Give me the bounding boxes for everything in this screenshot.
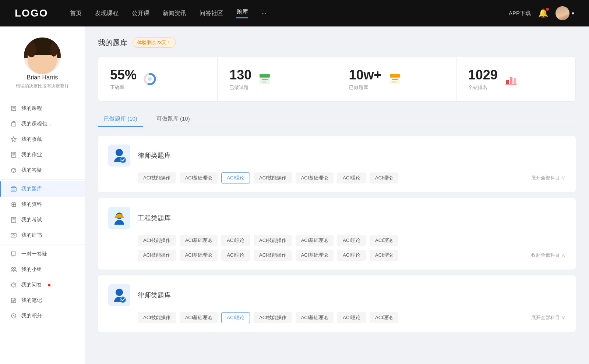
sidebar-item-exam[interactable]: 我的考试 — [0, 212, 85, 228]
sidebar-item-label: 我的课程 — [21, 105, 42, 112]
svg-rect-11 — [11, 188, 16, 191]
tag[interactable]: ACI理论 — [221, 250, 250, 261]
bank-card-lawyer-1: 律师类题库 ACI技能操作 ACI基础理论 ACI理论 ACI技能操作 ACI基… — [98, 136, 576, 192]
stat-label: 已做试题 — [229, 84, 251, 91]
nav-open[interactable]: 公开课 — [132, 10, 149, 17]
sidebar-item-my-qa[interactable]: 我的问答 — [0, 277, 85, 293]
nav-discover[interactable]: 发现课程 — [95, 10, 119, 17]
question-circle-icon — [10, 167, 17, 174]
sidebar-item-homework[interactable]: 我的作业 — [0, 147, 85, 163]
svg-marker-4 — [11, 137, 16, 142]
exam-icon — [10, 217, 17, 223]
points-icon — [10, 313, 17, 319]
svg-rect-0 — [11, 106, 16, 111]
sidebar-item-label: 一对一答疑 — [21, 251, 47, 257]
tag[interactable]: ACI理论 — [370, 172, 398, 183]
nav-home[interactable]: 首页 — [70, 10, 82, 17]
sidebar-item-label: 我的小组 — [21, 266, 42, 273]
sidebar-item-label: 我的作业 — [21, 151, 42, 158]
tag[interactable]: ACI基础理论 — [180, 250, 218, 261]
sidebar-item-label: 我的积分 — [21, 313, 42, 319]
expand-button-3[interactable]: 展开全部科目 ∨ — [531, 314, 565, 321]
tag[interactable]: ACI基础理论 — [180, 172, 218, 183]
nav-qa[interactable]: 问答社区 — [200, 10, 223, 17]
sidebar-item-courses[interactable]: 我的课程 — [0, 101, 85, 116]
sidebar-item-group[interactable]: 我的小组 — [0, 262, 85, 277]
sidebar-item-qa-mine[interactable]: 我的答疑 — [0, 163, 85, 178]
tag[interactable]: ACI技能操作 — [138, 172, 176, 183]
sidebar-item-notes[interactable]: 我的笔记 — [0, 293, 85, 308]
tag[interactable]: ACI技能操作 — [138, 312, 176, 323]
svg-rect-40 — [390, 74, 400, 78]
user-avatar-dropdown[interactable]: ▾ — [556, 6, 574, 20]
tag[interactable]: ACI理论 — [337, 312, 366, 323]
main-layout: Brian Harris 错误的决定比没有决定要好 我的课程 我的课程包... — [0, 0, 589, 364]
tag[interactable]: ACI理论 — [370, 235, 398, 246]
tag[interactable]: ACI技能操作 — [254, 235, 292, 246]
svg-point-23 — [13, 235, 14, 236]
sidebar-item-favorites[interactable]: 我的收藏 — [0, 132, 85, 147]
sidebar-item-points[interactable]: 我的积分 — [0, 308, 85, 324]
sidebar-item-package[interactable]: 我的课程包... — [0, 116, 85, 132]
nav-more[interactable]: ··· — [261, 10, 266, 17]
tag[interactable]: ACI理论 — [337, 172, 366, 183]
tag[interactable]: ACI理论 — [221, 235, 250, 246]
tab-available[interactable]: 可做题库 (10) — [151, 112, 196, 126]
tag[interactable]: ACI基础理论 — [296, 250, 334, 261]
active-bar — [0, 181, 1, 197]
sidebar-item-label: 我的答疑 — [21, 167, 42, 174]
tag-active[interactable]: ACI理论 — [221, 172, 250, 183]
sidebar-item-materials[interactable]: 我的资料 — [0, 197, 85, 212]
bar-chart-icon — [504, 72, 518, 86]
tag[interactable]: ACI基础理论 — [180, 235, 218, 246]
profile-section: Brian Harris 错误的决定比没有决定要好 — [0, 26, 85, 97]
logo: LOGO — [15, 7, 48, 19]
svg-point-24 — [12, 268, 14, 270]
stat-accuracy: 55% 正确率 — [98, 57, 217, 101]
tag[interactable]: ACI理论 — [337, 235, 366, 246]
sidebar-item-one-one[interactable]: 一对一答疑 — [0, 246, 85, 262]
bank-icon-lawyer — [108, 144, 130, 167]
tag[interactable]: ACI基础理论 — [296, 312, 334, 323]
material-icon — [10, 201, 17, 208]
sidebar-item-bank[interactable]: 我的题库 — [0, 181, 85, 197]
profile-name: Brian Harris — [27, 74, 58, 81]
tag[interactable]: ACI理论 — [337, 250, 366, 261]
stat-label: 全站排名 — [468, 84, 498, 91]
page-title: 我的题库 — [98, 38, 127, 48]
notification-dot — [546, 8, 549, 11]
stat-label: 正确率 — [110, 84, 137, 91]
main-nav: 首页 发现课程 公开课 新闻资讯 问答社区 题库 ··· — [70, 8, 509, 18]
app-download-button[interactable]: APP下载 — [509, 10, 531, 17]
trial-badge: 体验剩余23天！ — [133, 38, 176, 48]
tag[interactable]: ACI基础理论 — [296, 235, 334, 246]
stat-value: 10w+ — [349, 67, 382, 83]
stat-value: 55% — [110, 67, 137, 83]
note-icon — [10, 297, 17, 304]
tag[interactable]: ACI技能操作 — [254, 172, 292, 183]
nav-news[interactable]: 新闻资讯 — [163, 10, 186, 17]
tag-active[interactable]: ACI理论 — [221, 312, 250, 323]
expand-button[interactable]: 展开全部科目 ∨ — [531, 175, 565, 181]
header: LOGO 首页 发现课程 公开课 新闻资讯 问答社区 题库 ··· APP下载 … — [0, 0, 589, 26]
sidebar-item-cert[interactable]: 我的证书 — [0, 228, 85, 243]
stat-label: 已做题库 — [349, 84, 382, 91]
bank-title: 工程类题库 — [138, 214, 171, 222]
course-icon — [10, 105, 17, 112]
tag[interactable]: ACI基础理论 — [296, 172, 334, 183]
nav-bank[interactable]: 题库 — [236, 8, 248, 18]
tag[interactable]: ACI理论 — [370, 312, 398, 323]
tag[interactable]: ACI技能操作 — [138, 250, 176, 261]
qa-icon — [10, 282, 17, 288]
tag[interactable]: ACI技能操作 — [254, 250, 292, 261]
bank-icon-engineer — [108, 207, 130, 229]
notification-bell-button[interactable]: 🔔 — [538, 8, 548, 18]
sidebar-menu: 我的课程 我的课程包... 我的收藏 我的作业 — [0, 97, 85, 327]
tag[interactable]: ACI理论 — [370, 250, 398, 261]
tag[interactable]: ACI技能操作 — [138, 235, 176, 246]
tag[interactable]: ACI基础理论 — [180, 312, 218, 323]
tag[interactable]: ACI技能操作 — [254, 312, 292, 323]
tab-done[interactable]: 已做题库 (10) — [98, 112, 143, 127]
collapse-button[interactable]: 收起全部科目 ∧ — [531, 252, 565, 258]
sidebar-item-label: 我的题库 — [21, 186, 42, 192]
